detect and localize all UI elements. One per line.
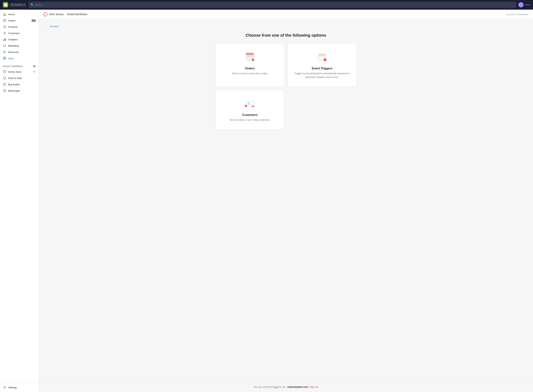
sidebar-item-apps-label: Apps bbox=[8, 57, 14, 60]
breadcrumb-app-link[interactable]: Zoho Survey bbox=[49, 13, 64, 16]
sidebar-item-analytics[interactable]: Analytics bbox=[0, 36, 39, 42]
sidebar-item-marketing[interactable]: Marketing bbox=[0, 42, 39, 49]
store-selector[interactable]: ••• •••••••••• ▾ bbox=[10, 3, 26, 7]
svg-point-2 bbox=[5, 28, 5, 28]
sidebar-item-settings-label: Settings bbox=[8, 386, 17, 389]
sidebar-item-products-label: Products bbox=[8, 26, 18, 28]
svg-rect-11 bbox=[3, 58, 5, 60]
svg-rect-5 bbox=[4, 39, 5, 41]
orders-badge: 60 bbox=[32, 19, 36, 22]
svg-point-1 bbox=[4, 28, 4, 28]
pos-icon bbox=[3, 76, 6, 80]
svg-rect-0 bbox=[3, 19, 6, 22]
sidebar-item-home[interactable]: Home bbox=[0, 11, 39, 17]
go-back-label: Go back bbox=[50, 25, 59, 28]
svg-rect-37 bbox=[245, 106, 246, 106]
svg-rect-9 bbox=[3, 57, 5, 58]
brand-area: ••• •••••••••• ▾ bbox=[3, 2, 26, 7]
orders-card-desc: Send surveys to your shop orders bbox=[232, 72, 268, 75]
online-store-icon bbox=[3, 70, 6, 74]
svg-rect-4 bbox=[3, 40, 4, 41]
orders-card[interactable]: Orders Send surveys to your shop orders bbox=[216, 44, 284, 86]
content-footer: You are currently logged in as robin@zyl… bbox=[39, 382, 533, 392]
svg-point-7 bbox=[4, 51, 5, 52]
customers-card[interactable]: Customers Send surveys to your shop cust… bbox=[216, 90, 284, 129]
event-triggers-card-icon bbox=[316, 51, 328, 63]
sidebar-item-products[interactable]: Products bbox=[0, 24, 39, 30]
customers-card-desc: Send surveys to your shop customers bbox=[230, 118, 270, 122]
sidebar: Home Orders 60 Products Customers bbox=[0, 10, 39, 392]
content-body: ← Go back Choose from one of the followi… bbox=[39, 19, 533, 382]
add-sales-channel-icon[interactable]: ⊕ bbox=[33, 64, 36, 68]
sidebar-nav: Home Orders 60 Products Customers bbox=[0, 10, 39, 383]
sidebar-footer: Settings bbox=[0, 383, 39, 392]
products-icon bbox=[3, 25, 6, 28]
store-name-text: ••• •••••••••• bbox=[11, 4, 23, 6]
sidebar-item-analytics-label: Analytics bbox=[8, 38, 18, 41]
sidebar-item-pos-label: Point of Sale bbox=[8, 77, 22, 79]
sidebar-item-orders[interactable]: Orders 60 bbox=[0, 17, 39, 24]
event-triggers-card-desc: Trigger survey distribution automaticall… bbox=[292, 72, 352, 79]
breadcrumb-separator: / bbox=[65, 13, 66, 16]
marketing-icon bbox=[3, 44, 6, 47]
svg-rect-21 bbox=[246, 53, 254, 55]
search-input[interactable] bbox=[35, 4, 514, 6]
settings-icon bbox=[3, 386, 6, 389]
eye-icon[interactable]: 👁 bbox=[33, 70, 36, 73]
breadcrumb: Zoho Survey / Email Distribution bbox=[43, 12, 87, 16]
sidebar-item-messenger-label: Messenger bbox=[8, 89, 20, 92]
sidebar-item-discounts[interactable]: Discounts bbox=[0, 49, 39, 55]
customers-icon bbox=[3, 32, 6, 35]
svg-rect-6 bbox=[5, 38, 6, 41]
sidebar-item-buy-button-label: Buy Button bbox=[8, 83, 20, 86]
page-title: Choose from one of the following options bbox=[46, 33, 526, 38]
zoho-survey-icon bbox=[43, 12, 47, 16]
orders-card-title: Orders bbox=[245, 67, 255, 70]
sidebar-item-buy-button[interactable]: Buy Button bbox=[0, 81, 39, 88]
sidebar-item-discounts-label: Discounts bbox=[8, 51, 19, 53]
cards-bottom-row: Customers Send surveys to your shop cust… bbox=[216, 90, 356, 129]
svg-rect-34 bbox=[250, 103, 253, 103]
go-back-link[interactable]: ← Go back bbox=[46, 25, 526, 28]
user-area: •••••• bbox=[518, 2, 530, 7]
go-back-arrow-icon: ← bbox=[46, 25, 49, 28]
breadcrumb-current-page: Email Distribution bbox=[67, 13, 87, 16]
discounts-icon bbox=[3, 50, 6, 54]
sales-channels-header: SALES CHANNELS ⊕ bbox=[0, 61, 39, 69]
chevron-down-icon: ▾ bbox=[24, 4, 25, 6]
svg-rect-19 bbox=[248, 57, 250, 59]
customers-card-icon bbox=[244, 98, 256, 110]
app-publisher: by Zoho Corporation bbox=[506, 13, 528, 16]
sidebar-item-apps[interactable]: Apps bbox=[0, 55, 39, 61]
customers-card-title: Customers bbox=[242, 113, 258, 117]
orders-icon bbox=[3, 19, 6, 22]
main-content: Zoho Survey / Email Distribution by Zoho… bbox=[39, 10, 533, 392]
sidebar-item-customers-label: Customers bbox=[8, 32, 20, 35]
sidebar-item-customers[interactable]: Customers bbox=[0, 30, 39, 36]
sidebar-item-home-label: Home bbox=[8, 13, 15, 16]
sidebar-item-messenger[interactable]: Messenger bbox=[0, 88, 39, 94]
avatar bbox=[518, 2, 524, 7]
sidebar-item-online-store-label: Online Store bbox=[8, 70, 21, 73]
svg-rect-10 bbox=[5, 57, 6, 58]
sidebar-item-online-store[interactable]: Online Store 👁 bbox=[0, 69, 39, 75]
svg-point-3 bbox=[4, 32, 5, 33]
user-name: •••••• bbox=[525, 4, 530, 6]
search-bar[interactable]: 🔍 bbox=[28, 2, 516, 8]
sidebar-item-settings[interactable]: Settings bbox=[0, 384, 39, 391]
svg-rect-20 bbox=[250, 57, 253, 59]
search-icon: 🔍 bbox=[31, 4, 34, 6]
cards-top-row: Orders Send surveys to your shop orders bbox=[216, 44, 356, 86]
svg-rect-38 bbox=[245, 106, 246, 106]
main-layout: Home Orders 60 Products Customers bbox=[0, 10, 533, 392]
shopify-logo-icon bbox=[3, 2, 8, 7]
sidebar-item-pos[interactable]: Point of Sale bbox=[0, 75, 39, 81]
messenger-icon bbox=[3, 89, 6, 92]
sign-out-link[interactable]: Sign out bbox=[309, 386, 318, 388]
event-triggers-card[interactable]: Event Triggers Trigger survey distributi… bbox=[288, 44, 356, 86]
svg-point-16 bbox=[4, 387, 5, 388]
sales-channels-label: SALES CHANNELS bbox=[3, 65, 23, 67]
logged-in-text: You are currently logged in as bbox=[254, 386, 285, 388]
analytics-icon bbox=[3, 38, 6, 41]
apps-icon bbox=[3, 57, 6, 60]
